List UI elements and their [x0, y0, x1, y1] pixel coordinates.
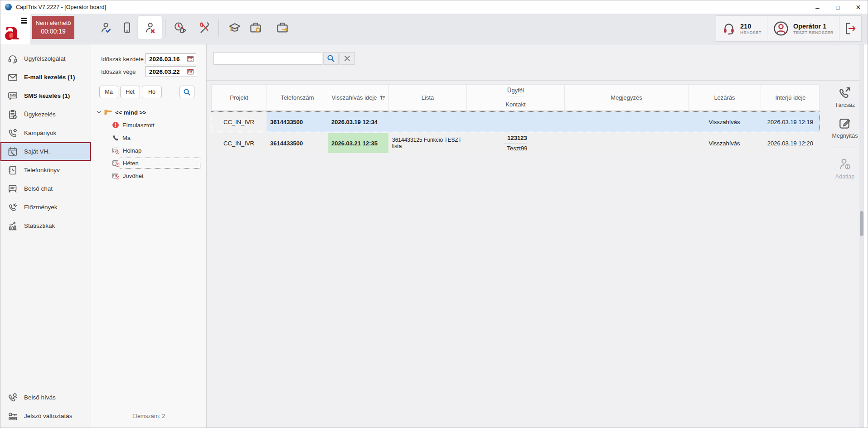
sidebar-item-kampanyok[interactable]: Kampányok: [0, 124, 91, 142]
quick-today-button[interactable]: Ma: [99, 86, 118, 98]
datasheet-button[interactable]: Adatlap: [835, 157, 854, 180]
admin-work-button[interactable]: [246, 18, 266, 38]
column-header-ugyfel-kontakt[interactable]: Ügyfél Kontakt: [467, 85, 565, 110]
period-start-input[interactable]: 2026.03.16: [145, 53, 196, 64]
column-header-megjegyzes[interactable]: Megjegyzés: [565, 85, 689, 110]
break-status-button[interactable]: [170, 18, 189, 38]
sidebar-item-label: SMS kezelés (1): [24, 92, 70, 99]
quick-month-button[interactable]: Hó: [142, 86, 162, 98]
calendar-clock-icon: [112, 172, 120, 180]
sidebar-item-jelszo-valtoztatas[interactable]: Jelszó változtatás: [0, 407, 90, 425]
app-icon: [5, 4, 12, 10]
sidebar-nav: Ügyfélszolgálat E-mail kezelés (1) SMS S…: [0, 44, 91, 428]
search-input[interactable]: [213, 52, 322, 65]
sidebar-item-belso-chat[interactable]: Belső chat: [0, 179, 91, 198]
cell-ugyfel: 123123: [504, 133, 527, 144]
lunch-status-button[interactable]: [194, 18, 214, 38]
sidebar-item-ugyfelszolgalat[interactable]: Ügyfélszolgálat: [0, 49, 91, 68]
mobile-phone-icon: [121, 21, 133, 34]
close-button[interactable]: ×: [848, 0, 868, 14]
tree-item-label: Elmulasztott: [122, 122, 155, 129]
window-controls: – □ ×: [807, 0, 868, 14]
menu-icon[interactable]: [21, 18, 27, 24]
sidebar-item-elozmenyek[interactable]: Előzmények: [0, 198, 91, 216]
training-button[interactable]: [225, 18, 245, 38]
calendar-icon[interactable]: [187, 55, 194, 63]
period-start-value: 2026.03.16: [149, 56, 180, 63]
headset-icon: [7, 53, 18, 64]
table-row[interactable]: CC_IN_IVR 3614433500 2026.03.19 12:34 Vi…: [211, 112, 820, 132]
headset-device-icon: [722, 21, 736, 36]
sidebar-item-ugykezeles[interactable]: Ügykezelés: [0, 105, 91, 124]
search-icon: [327, 54, 335, 63]
column-header-telefonszam[interactable]: Telefonszám: [267, 85, 328, 110]
tree-item-label: Ma: [122, 135, 131, 141]
sidebar-item-email-kezeles[interactable]: E-mail kezelés (1): [0, 68, 91, 87]
table-row[interactable]: CC_IN_IVR 3614433500 2026.03.21 12:35 36…: [211, 133, 820, 153]
logout-button[interactable]: [839, 16, 861, 41]
sort-ascending-icon: [380, 95, 385, 100]
leave-work-button[interactable]: [272, 18, 292, 38]
sidebar-item-label: Statisztikák: [24, 222, 55, 229]
dial-label: Tárcsáz: [835, 102, 855, 108]
dial-button[interactable]: Tárcsáz: [835, 85, 855, 108]
callback-tree: << mind >> Elmulasztott Ma Holnap: [91, 106, 207, 182]
column-header-ugyfel[interactable]: Ügyfél: [507, 85, 524, 96]
maximize-button[interactable]: □: [828, 0, 848, 14]
tree-root-mind[interactable]: << mind >>: [91, 106, 207, 119]
cell-lezaras: Visszahívás: [688, 112, 761, 132]
column-header-kontakt[interactable]: Kontakt: [505, 99, 525, 111]
sidebar-item-sajat-vh[interactable]: Saját VH.: [0, 142, 91, 161]
clear-search-button[interactable]: [339, 52, 355, 65]
dial-phone-icon: [838, 85, 852, 100]
open-edit-icon: [838, 116, 852, 130]
phone-gear-icon: [7, 128, 18, 139]
app-logo[interactable]: a: [0, 14, 30, 44]
column-header-interju-ideje[interactable]: Interjú ideje: [761, 85, 820, 110]
agent-status-box[interactable]: Nem elérhető 00:00:19: [32, 16, 74, 39]
mobile-status-button[interactable]: [117, 18, 137, 38]
alert-circle-icon: [112, 121, 119, 129]
search-button[interactable]: [323, 52, 339, 65]
tree-item-heten[interactable]: Héten: [91, 157, 207, 169]
title-bar: CaplTris V7.2227 - [Operátor board] – □ …: [0, 0, 868, 14]
quick-week-button[interactable]: Hét: [120, 86, 140, 98]
column-header-lezaras[interactable]: Lezárás: [689, 85, 761, 110]
sidebar-item-belso-hivas[interactable]: Belső hívás: [0, 388, 90, 407]
sidebar-item-label: Ügykezelés: [24, 111, 56, 118]
cell-interju-ideje: 2026.03.19 12:19: [761, 112, 820, 132]
filter-search-button[interactable]: [179, 86, 194, 98]
status-unavailable-button[interactable]: [138, 16, 162, 39]
column-header-projekt[interactable]: Projekt: [212, 85, 267, 110]
svg-text:a: a: [4, 17, 19, 44]
calendar-phone-icon: [7, 146, 18, 157]
sidebar-item-telefonkonyv[interactable]: Telefonkönyv: [0, 161, 91, 179]
scrollbar-thumb[interactable]: [860, 211, 863, 236]
tree-item-holnap[interactable]: Holnap: [91, 144, 207, 157]
tree-item-elmulasztott[interactable]: Elmulasztott: [91, 119, 207, 131]
calendar-clock-icon: [112, 147, 120, 154]
briefcase-out-icon: [276, 21, 289, 34]
calendar-icon[interactable]: [187, 68, 194, 75]
phone-history-icon: [7, 202, 18, 213]
column-header-visszahivas-ideje[interactable]: Visszahívás ideje: [328, 85, 389, 110]
folder-open-icon: [104, 109, 112, 115]
tree-item-jovohet[interactable]: Jövőhét: [91, 169, 207, 182]
operator-block[interactable]: Operátor 1 TESZT RENDSZER: [767, 16, 839, 41]
toolbar-right-blocks: 210 HEADSET Operátor 1 TESZT RENDSZER: [716, 15, 862, 42]
open-button[interactable]: Megnyitás: [832, 116, 858, 139]
status-available-button[interactable]: [96, 18, 116, 38]
tree-item-ma[interactable]: Ma: [91, 131, 207, 144]
headset-block[interactable]: 210 HEADSET: [716, 16, 767, 41]
chevron-down-icon[interactable]: [97, 111, 102, 114]
vertical-scrollbar[interactable]: [859, 44, 864, 428]
sidebar-item-sms-kezeles[interactable]: SMS SMS kezelés (1): [0, 87, 91, 105]
cell-kontakt: [514, 122, 517, 132]
column-header-lista[interactable]: Lista: [389, 85, 467, 110]
minimize-button[interactable]: –: [807, 0, 828, 14]
item-count-label: Elemszám: 2: [91, 413, 206, 419]
sms-bubble-icon: SMS: [7, 91, 18, 101]
period-end-input[interactable]: 2026.03.22: [145, 66, 196, 77]
tree-root-label: << mind >>: [115, 109, 146, 116]
sidebar-item-statisztikak[interactable]: Statisztikák: [0, 216, 91, 235]
